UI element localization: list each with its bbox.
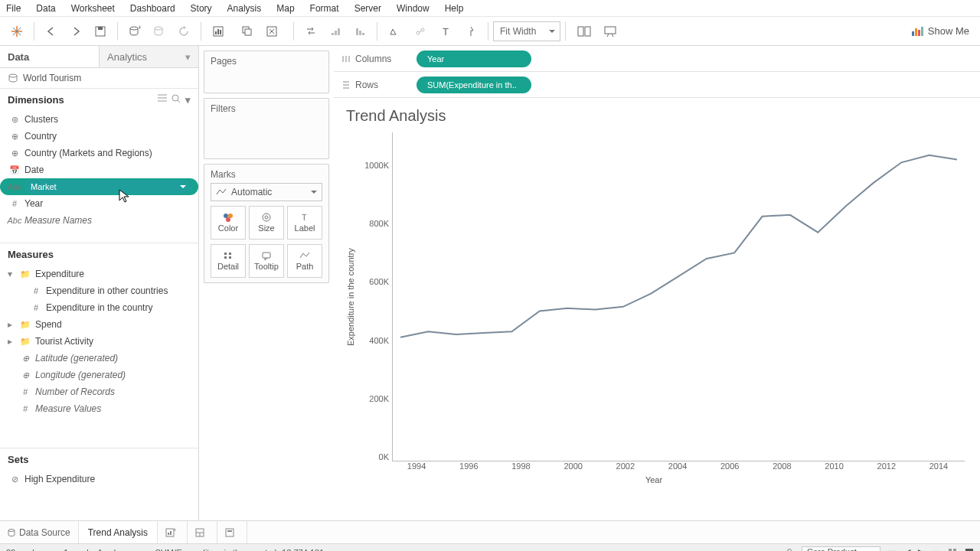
menu-dropdown-icon[interactable]: ▾ [185, 94, 191, 106]
svg-rect-5 [98, 27, 103, 30]
svg-point-43 [224, 214, 228, 218]
datasource-item[interactable]: World Tourism [0, 68, 198, 88]
menu-analysis[interactable]: Analysis [227, 3, 262, 14]
tableau-logo-icon[interactable] [6, 21, 28, 42]
pin-icon[interactable] [460, 21, 482, 42]
new-worksheet-icon[interactable] [207, 21, 234, 42]
dim-date[interactable]: 📅Date [0, 161, 198, 178]
new-dashboard-tab-icon[interactable] [188, 521, 217, 543]
svg-rect-52 [229, 256, 231, 259]
new-datasource-icon[interactable]: + [124, 21, 145, 42]
pause-updates-icon[interactable] [149, 21, 170, 42]
menu-format[interactable]: Format [310, 3, 339, 14]
svg-rect-51 [224, 256, 227, 259]
svg-point-41 [172, 95, 178, 101]
columns-pill-year[interactable]: Year [416, 51, 531, 67]
svg-rect-36 [921, 27, 923, 36]
duplicate-icon[interactable] [237, 21, 258, 42]
dim-country[interactable]: ⊕Country [0, 128, 198, 145]
marks-path-button[interactable]: Path [287, 244, 322, 278]
menu-help[interactable]: Help [445, 3, 464, 14]
pages-card[interactable]: Pages [204, 51, 329, 93]
status-grid-icon[interactable] [948, 548, 957, 552]
y-axis: 0K200K400K600K800K1000K [358, 132, 392, 461]
svg-text:T: T [443, 26, 449, 37]
sort-asc-icon[interactable] [325, 21, 346, 42]
sheet-tabs-bar: Data Source Trend Analysis + [0, 520, 980, 543]
marks-card: Marks Automatic Color Size TLabel Detail… [204, 164, 329, 283]
save-icon[interactable] [90, 21, 111, 42]
rows-pill-expenditure[interactable]: SUM(Expenditure in th.. [416, 77, 531, 93]
show-cards-icon[interactable] [572, 21, 596, 42]
clear-icon[interactable] [261, 21, 287, 42]
status-bar: 20 marks 1 row by 1 column SUM(Expenditu… [0, 543, 980, 551]
line-chart[interactable]: Expenditure in the country 0K200K400K600… [343, 132, 965, 461]
refresh-icon[interactable] [173, 21, 194, 42]
forward-icon[interactable] [65, 21, 87, 42]
marks-size-button[interactable]: Size [249, 206, 284, 240]
menu-data[interactable]: Data [36, 3, 55, 14]
sheet-tab-trend-analysis[interactable]: Trend Analysis [79, 521, 158, 543]
group-icon[interactable] [410, 21, 433, 42]
highlight-icon[interactable] [384, 21, 407, 42]
filters-card[interactable]: Filters [204, 98, 329, 159]
sort-desc-icon[interactable] [349, 21, 371, 42]
swap-icon[interactable] [300, 21, 322, 42]
marks-tooltip-button[interactable]: Tooltip [249, 244, 284, 278]
meas-mvals[interactable]: #Measure Values [0, 400, 198, 417]
product-select[interactable]: Core Product ... [802, 546, 880, 552]
menu-window[interactable]: Window [397, 3, 430, 14]
data-tab[interactable]: Data [0, 46, 99, 67]
datasource-tab[interactable]: Data Source [0, 521, 79, 543]
dim-year[interactable]: #Year [0, 195, 198, 212]
svg-rect-19 [335, 31, 337, 35]
meas-lat[interactable]: ⊕Latitude (generated) [0, 350, 198, 367]
label-icon[interactable]: T [436, 21, 457, 42]
meas-tourist[interactable]: ▸📁Tourist Activity [0, 333, 198, 350]
marks-label-button[interactable]: TLabel [287, 206, 322, 240]
menu-story[interactable]: Story [191, 3, 212, 14]
menu-dashboard[interactable]: Dashboard [130, 3, 175, 14]
status-nav-first-icon[interactable]: ⏮ [888, 548, 897, 552]
menu-worksheet[interactable]: Worksheet [71, 3, 115, 14]
search-icon[interactable] [172, 94, 181, 103]
viz-title[interactable]: Trend Analysis [346, 107, 965, 125]
svg-rect-21 [356, 28, 358, 35]
svg-point-37 [9, 74, 17, 77]
dim-country-mr[interactable]: ⊕Country (Markets and Regions) [0, 145, 198, 161]
meas-spend[interactable]: ▸📁Spend [0, 316, 198, 333]
dim-measure-names[interactable]: AbcMeasure Names [0, 212, 198, 229]
status-nav-last-icon[interactable]: ⏭ [932, 548, 940, 552]
status-nav-next-icon[interactable]: ▶ [918, 547, 924, 551]
list-view-icon[interactable] [158, 94, 167, 102]
dim-market-selected[interactable]: AbcMarket [0, 178, 198, 195]
marks-detail-button[interactable]: Detail [211, 244, 246, 278]
sets-header: Sets [0, 448, 198, 471]
rows-shelf[interactable]: Rows SUM(Expenditure in th.. [334, 72, 980, 98]
analytics-tab[interactable]: Analytics▾ [99, 46, 198, 67]
plot-area[interactable] [392, 132, 965, 461]
set-high-exp[interactable]: ⊘High Expenditure [0, 471, 198, 487]
meas-expenditure[interactable]: ▾📁Expenditure [0, 266, 198, 282]
dim-clusters[interactable]: ⊚Clusters [0, 111, 198, 128]
status-user-icon[interactable] [785, 548, 794, 552]
meas-exp-country[interactable]: #Expenditure in the country [0, 299, 198, 316]
back-icon[interactable] [41, 21, 62, 42]
show-me-button[interactable]: Show Me [911, 25, 969, 37]
menu-file[interactable]: File [6, 3, 21, 14]
marks-type-dropdown[interactable]: Automatic [211, 183, 322, 201]
meas-nrec[interactable]: #Number of Records [0, 383, 198, 400]
status-nav-prev-icon[interactable]: ◀ [904, 547, 910, 551]
meas-lon[interactable]: ⊕Longitude (generated) [0, 367, 198, 383]
marks-color-button[interactable]: Color [211, 206, 246, 240]
meas-exp-other[interactable]: #Expenditure in other countries [0, 282, 198, 299]
new-worksheet-tab-icon[interactable]: + [158, 521, 188, 543]
columns-shelf[interactable]: Columns Year [334, 46, 980, 72]
svg-rect-34 [915, 28, 917, 36]
new-story-tab-icon[interactable] [217, 521, 247, 543]
presentation-icon[interactable] [599, 21, 621, 42]
menu-map[interactable]: Map [276, 3, 294, 14]
status-film-icon[interactable] [965, 548, 974, 552]
fit-dropdown[interactable]: Fit Width [493, 21, 560, 41]
menu-server[interactable]: Server [354, 3, 381, 14]
